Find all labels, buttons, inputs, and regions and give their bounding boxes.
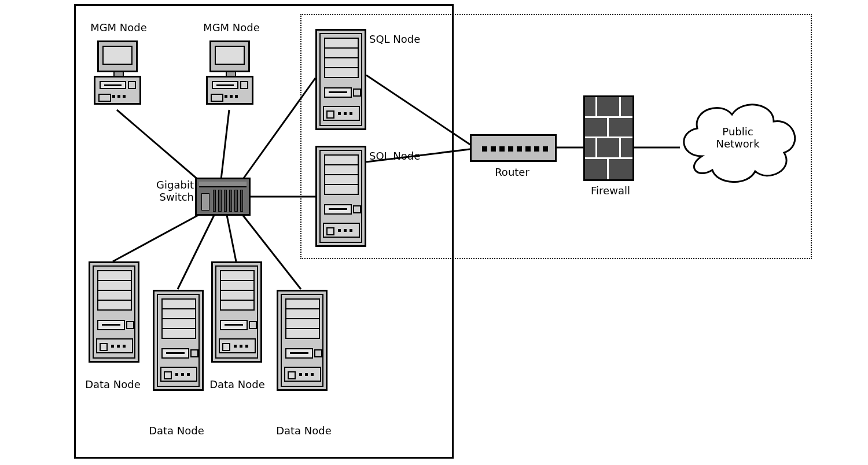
data-node-4-icon <box>277 290 328 391</box>
public-network-label: Public Network <box>700 126 775 150</box>
router-label: Router <box>480 167 544 179</box>
sql-node-2-label: SQL Node <box>369 150 420 163</box>
mgm-node-1-icon <box>91 40 144 110</box>
data-node-1-icon <box>89 261 139 363</box>
data-node-3-label: Data Node <box>194 379 281 391</box>
gigabit-switch-icon <box>195 178 251 216</box>
data-node-2-icon <box>153 290 204 391</box>
sql-node-1-icon <box>315 29 366 130</box>
sql-node-2-icon <box>315 146 366 247</box>
data-node-3-icon <box>211 261 262 363</box>
data-node-4-label: Data Node <box>258 425 350 437</box>
data-node-1-label: Data Node <box>69 379 156 391</box>
sql-node-1-label: SQL Node <box>369 34 420 46</box>
gigabit-switch-label: Gigabit Switch <box>148 179 194 203</box>
mgm-node-2-label: MGM Node <box>200 22 263 34</box>
router-icon <box>470 134 557 162</box>
firewall-icon <box>583 95 634 181</box>
mgm-node-2-icon <box>204 40 256 110</box>
data-node-2-label: Data Node <box>130 425 223 437</box>
mgm-node-1-label: MGM Node <box>87 22 150 34</box>
firewall-label: Firewall <box>584 185 637 197</box>
